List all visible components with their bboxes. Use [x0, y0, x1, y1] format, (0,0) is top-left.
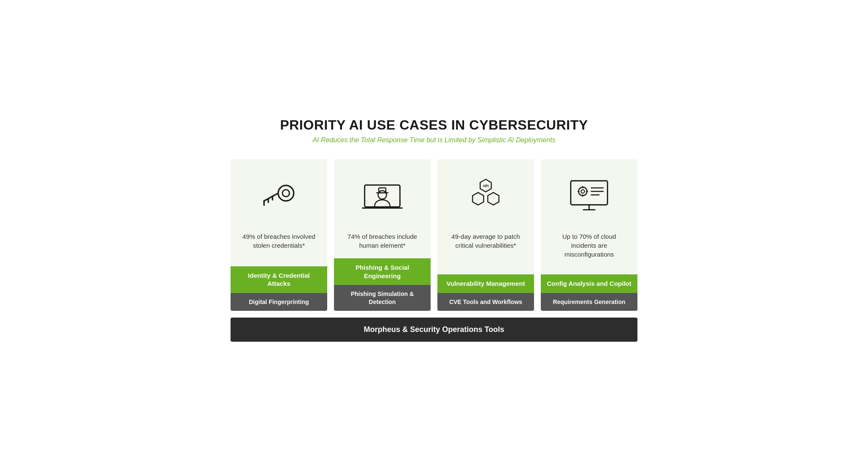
card-gray-label-phishing: Phishing Simulation & Detection: [334, 285, 431, 310]
card-stat-identity: 49% of breaches involved stolen credenti…: [231, 227, 327, 266]
card-green-label-config: Config Analysis and Copilot: [541, 274, 637, 293]
bottom-bar: Morpheus & Security Operations Tools: [231, 318, 637, 342]
card-stat-vulnerability: 49-day average to patch critical vulnera…: [437, 227, 534, 274]
main-container: PRIORITY AI USE CASES IN CYBERSECURITY A…: [231, 117, 637, 341]
card-green-label-phishing: Phishing & Social Engineering: [334, 258, 431, 285]
page-header: PRIORITY AI USE CASES IN CYBERSECURITY A…: [231, 117, 637, 144]
card-identity: 49% of breaches involved stolen credenti…: [231, 159, 327, 310]
svg-point-19: [581, 190, 584, 193]
page-subtitle: AI Reduces the Total Response Time but i…: [231, 136, 637, 144]
svg-rect-15: [571, 181, 608, 205]
svg-point-0: [278, 185, 294, 201]
svg-marker-14: [488, 193, 499, 205]
card-green-label-vulnerability: Vulnerability Management: [437, 274, 534, 293]
page-title: PRIORITY AI USE CASES IN CYBERSECURITY: [231, 117, 637, 133]
monitor-icon: [568, 177, 610, 215]
card-phishing: 74% of breaches include human element* P…: [334, 159, 431, 310]
api-icon: API: [465, 177, 507, 215]
card-stat-config: Up to 70% of cloud incidents are misconf…: [541, 227, 637, 274]
svg-point-18: [579, 187, 587, 196]
key-icon: [258, 177, 300, 215]
cards-row: 49% of breaches involved stolen credenti…: [231, 159, 637, 310]
card-icon-area-vulnerability: API: [437, 159, 534, 227]
card-icon-area-phishing: [334, 159, 431, 227]
svg-text:API: API: [483, 184, 489, 188]
svg-line-2: [264, 193, 278, 201]
card-vulnerability: API 49-day average to patch critical vul…: [437, 159, 534, 310]
card-gray-label-identity: Digital Fingerprinting: [231, 293, 327, 311]
card-icon-area-identity: [231, 159, 327, 227]
card-config: Up to 70% of cloud incidents are misconf…: [541, 159, 637, 310]
card-gray-label-vulnerability: CVE Tools and Workflows: [437, 293, 534, 311]
card-gray-label-config: Requirements Generation: [541, 293, 637, 311]
card-green-label-identity: Identity & Credential Attacks: [231, 266, 327, 293]
svg-point-1: [282, 190, 289, 197]
svg-point-8: [378, 191, 387, 199]
card-icon-area-config: [541, 159, 637, 227]
svg-marker-13: [473, 193, 484, 205]
card-stat-phishing: 74% of breaches include human element*: [334, 227, 431, 258]
hacker-icon: [361, 177, 403, 215]
